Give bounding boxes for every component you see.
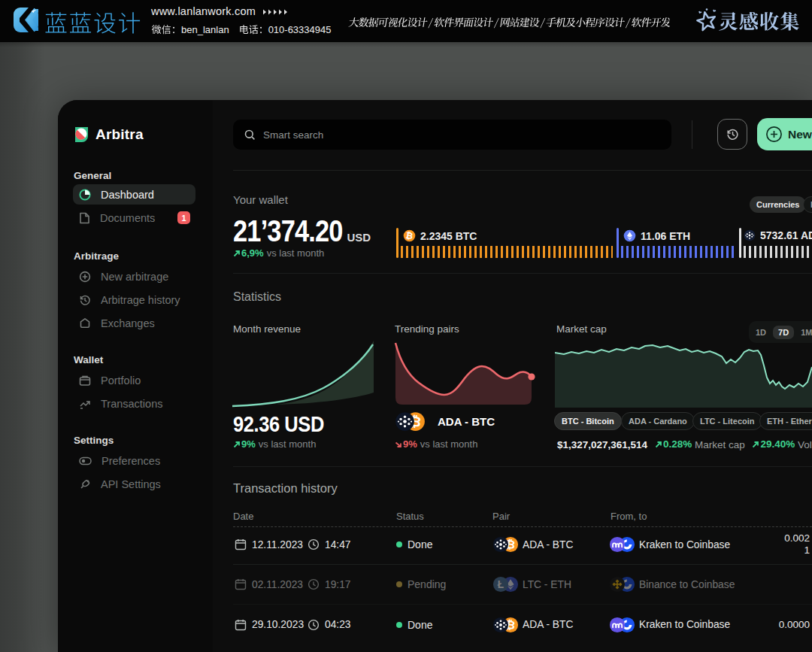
svg-text:Ł: Ł <box>498 579 504 590</box>
